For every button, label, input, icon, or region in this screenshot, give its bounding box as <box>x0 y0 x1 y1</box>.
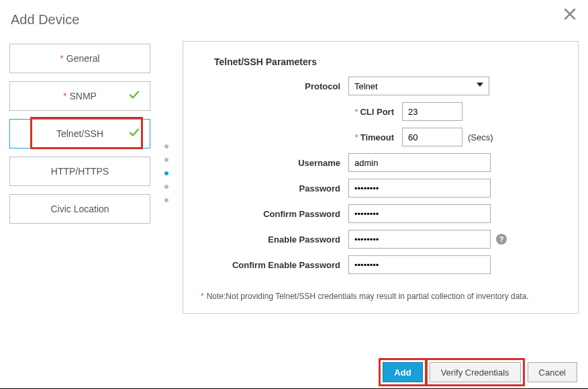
required-star: * <box>60 53 63 64</box>
nav-label: Civic Location <box>50 204 109 214</box>
dialog-title: Add Device <box>11 12 579 28</box>
label-password: Password <box>201 183 348 193</box>
enable-password-input[interactable] <box>348 230 491 249</box>
label-username: Username <box>201 158 348 168</box>
close-icon[interactable] <box>564 7 576 23</box>
label-confirm-enable-password: Confirm Enable Password <box>201 260 348 270</box>
nav-general[interactable]: * General <box>9 44 150 73</box>
password-input[interactable] <box>348 179 491 198</box>
check-icon <box>128 127 140 141</box>
panel-heading: Telnet/SSH Parameters <box>214 56 560 67</box>
nav-telnet-ssh[interactable]: Telnet/SSH <box>9 119 150 148</box>
timeout-suffix: (Secs) <box>468 132 493 142</box>
step-nav: * General * SNMP Telnet/SSH HTTP/HTTPS <box>9 41 150 314</box>
required-star: * <box>63 91 66 101</box>
step-dot-active <box>164 171 168 175</box>
nav-label: SNMP <box>70 91 97 101</box>
nav-snmp[interactable]: * SNMP <box>9 81 150 111</box>
step-dot <box>164 144 168 148</box>
label-enable-password: Enable Password <box>201 234 348 245</box>
confirm-enable-password-input[interactable] <box>348 255 491 274</box>
nav-http-https[interactable]: HTTP/HTTPS <box>9 157 150 186</box>
label-protocol: Protocol <box>201 81 348 91</box>
add-device-dialog: Add Device * General * SNMP Telnet/SSH <box>0 0 588 314</box>
step-dot <box>164 158 168 162</box>
verify-credentials-button[interactable]: Verify Credentials <box>430 362 521 382</box>
protocol-select[interactable]: Telnet <box>348 77 489 95</box>
nav-label: General <box>66 53 100 64</box>
cli-port-input[interactable] <box>402 102 462 121</box>
label-timeout: *Timeout <box>201 132 402 142</box>
cancel-button[interactable]: Cancel <box>528 362 577 382</box>
note-text: *Note:Not providing Telnet/SSH credentia… <box>201 292 560 301</box>
step-dot <box>164 198 168 202</box>
check-icon <box>128 89 140 103</box>
nav-label: Telnet/SSH <box>56 128 103 139</box>
telnet-ssh-panel: Telnet/SSH Parameters Protocol Telnet *C… <box>183 41 579 314</box>
label-cliport: *CLI Port <box>201 107 402 117</box>
help-icon[interactable]: ? <box>496 234 507 245</box>
dialog-footer: Add Verify Credentials Cancel <box>383 362 577 382</box>
step-dot <box>164 185 168 189</box>
nav-civic-location[interactable]: Civic Location <box>9 194 150 224</box>
nav-label: HTTP/HTTPS <box>51 166 109 177</box>
label-confirm-password: Confirm Password <box>201 209 348 219</box>
confirm-password-input[interactable] <box>348 204 491 223</box>
add-button[interactable]: Add <box>383 362 422 382</box>
username-input[interactable] <box>348 153 491 172</box>
step-dots <box>161 41 172 314</box>
timeout-input[interactable] <box>402 128 462 146</box>
